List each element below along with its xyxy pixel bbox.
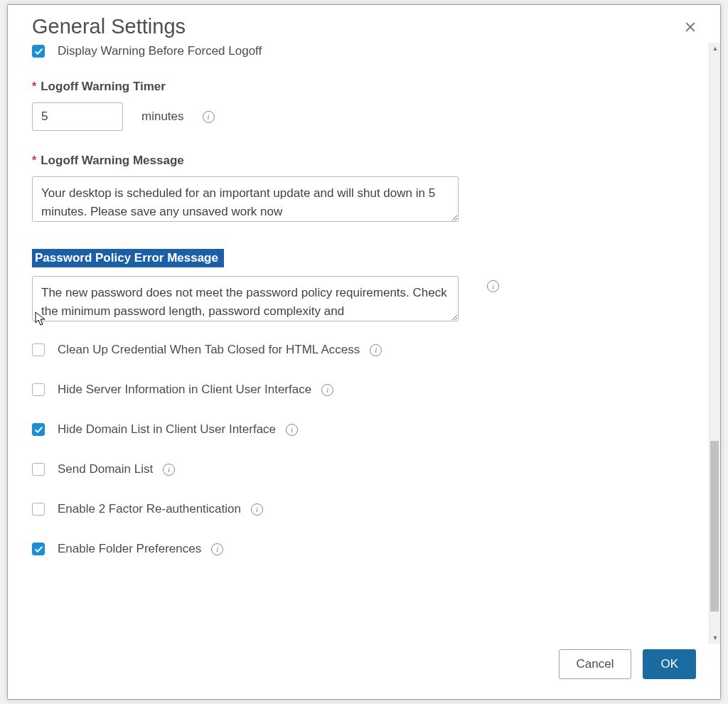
logoff-timer-inline: minutes i: [32, 102, 685, 131]
enable-2fa-reauth-label: Enable 2 Factor Re-authentication: [58, 502, 241, 516]
dialog-body-scroll: Display Warning Before Forced Logoff *Lo…: [8, 43, 720, 644]
send-domain-list-label: Send Domain List: [58, 462, 153, 476]
logoff-message-field: *Logoff Warning Message Your desktop is …: [32, 154, 685, 225]
enable-2fa-reauth-row: Enable 2 Factor Re-authenticationi: [32, 502, 685, 516]
required-star-icon: *: [32, 80, 36, 92]
info-icon[interactable]: i: [487, 280, 499, 292]
hide-domain-list-checkbox[interactable]: [32, 423, 45, 436]
scroll-thumb[interactable]: [710, 441, 719, 612]
send-domain-list-row: Send Domain Listi: [32, 462, 685, 476]
info-icon[interactable]: i: [203, 111, 215, 123]
logoff-message-textarea[interactable]: Your desktop is scheduled for an importa…: [32, 176, 459, 222]
display-warning-forced-logoff-label: Display Warning Before Forced Logoff: [58, 44, 262, 58]
hide-domain-list-row: Hide Domain List in Client User Interfac…: [32, 422, 685, 437]
vertical-scrollbar[interactable]: ▲ ▼: [709, 43, 720, 644]
logoff-timer-label: *Logoff Warning Timer: [32, 80, 685, 94]
logoff-timer-input[interactable]: [32, 102, 123, 131]
dialog-footer: Cancel OK: [8, 644, 720, 699]
check-icon: [34, 545, 43, 554]
ok-button[interactable]: OK: [643, 649, 696, 679]
enable-folder-prefs-checkbox[interactable]: [32, 543, 45, 555]
info-icon[interactable]: i: [163, 464, 175, 476]
logoff-message-label: *Logoff Warning Message: [32, 154, 685, 168]
dialog-header: General Settings: [8, 5, 720, 43]
check-icon: [34, 425, 43, 434]
close-button[interactable]: [680, 17, 700, 37]
cancel-button[interactable]: Cancel: [559, 649, 632, 679]
password-policy-label: Password Policy Error Message: [32, 249, 224, 267]
scroll-down-arrow-icon[interactable]: ▼: [710, 632, 720, 644]
cleanup-cred-label: Clean Up Credential When Tab Closed for …: [58, 343, 360, 357]
logoff-timer-field: *Logoff Warning Timer minutes i: [32, 80, 685, 131]
check-icon: [34, 47, 43, 56]
hide-domain-list-label: Hide Domain List in Client User Interfac…: [58, 422, 276, 437]
info-icon[interactable]: i: [286, 424, 298, 436]
info-icon[interactable]: i: [211, 543, 223, 555]
hide-server-info-label: Hide Server Information in Client User I…: [58, 383, 311, 397]
password-policy-inline: The new password does not meet the passw…: [32, 276, 685, 321]
general-settings-dialog: General Settings Display Warning Before …: [7, 4, 721, 700]
logoff-timer-unit: minutes: [141, 110, 184, 124]
enable-folder-prefs-row: Enable Folder Preferencesi: [32, 542, 685, 556]
enable-folder-prefs-label: Enable Folder Preferences: [58, 542, 201, 556]
hide-server-info-row: Hide Server Information in Client User I…: [32, 383, 685, 397]
dialog-title: General Settings: [32, 15, 186, 38]
required-star-icon: *: [32, 154, 36, 166]
option-checkbox-list: Clean Up Credential When Tab Closed for …: [32, 343, 685, 556]
info-icon[interactable]: i: [370, 344, 382, 356]
info-icon[interactable]: i: [251, 503, 263, 516]
display-warning-forced-logoff-checkbox[interactable]: [32, 45, 45, 58]
scroll-up-arrow-icon[interactable]: ▲: [710, 43, 720, 54]
enable-2fa-reauth-checkbox[interactable]: [32, 503, 45, 516]
password-policy-field: Password Policy Error Message The new pa…: [32, 249, 685, 321]
display-warning-forced-logoff-row: Display Warning Before Forced Logoff: [32, 44, 685, 58]
send-domain-list-checkbox[interactable]: [32, 463, 45, 476]
dialog-body: Display Warning Before Forced Logoff *Lo…: [8, 43, 709, 644]
close-icon: [683, 20, 697, 34]
cleanup-cred-row: Clean Up Credential When Tab Closed for …: [32, 343, 685, 357]
info-icon[interactable]: i: [321, 384, 333, 396]
cleanup-cred-checkbox[interactable]: [32, 343, 45, 356]
hide-server-info-checkbox[interactable]: [32, 383, 45, 396]
password-policy-textarea[interactable]: The new password does not meet the passw…: [32, 276, 459, 321]
